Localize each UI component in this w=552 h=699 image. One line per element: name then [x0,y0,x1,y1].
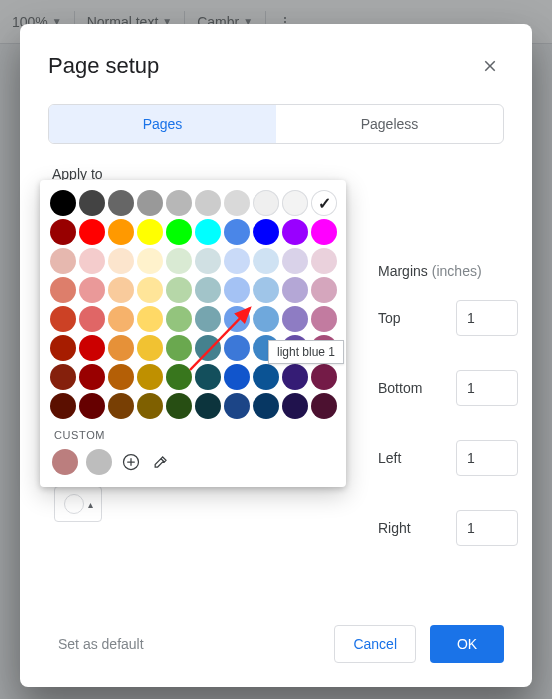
color-swatch[interactable] [166,219,192,245]
color-swatch[interactable] [195,335,221,361]
color-swatch[interactable] [137,335,163,361]
color-swatch[interactable] [79,306,105,332]
color-swatch[interactable] [195,364,221,390]
color-swatch[interactable] [311,219,337,245]
color-swatch[interactable] [253,219,279,245]
color-swatch[interactable] [108,306,134,332]
color-swatch[interactable] [253,306,279,332]
color-swatch[interactable] [311,190,337,216]
color-swatch[interactable] [137,219,163,245]
color-swatch[interactable] [50,248,76,274]
color-palette-popover: CUSTOM [40,180,346,487]
color-swatch[interactable] [224,219,250,245]
margin-bottom-input[interactable]: 1 [456,370,518,406]
color-swatch[interactable] [50,364,76,390]
color-swatch[interactable] [224,248,250,274]
color-swatch[interactable] [137,306,163,332]
color-swatch[interactable] [166,248,192,274]
custom-label: CUSTOM [54,429,336,441]
page-color-dropdown[interactable]: ▴ [54,486,102,522]
color-swatch[interactable] [253,277,279,303]
color-swatch[interactable] [79,219,105,245]
margin-right-label: Right [378,520,411,536]
plus-circle-icon [121,452,141,472]
color-swatch[interactable] [253,393,279,419]
color-swatch[interactable] [224,393,250,419]
color-swatch[interactable] [50,190,76,216]
tab-pages[interactable]: Pages [49,105,276,143]
color-swatch[interactable] [166,277,192,303]
color-swatch[interactable] [79,190,105,216]
color-swatch[interactable] [311,393,337,419]
color-swatch[interactable] [108,248,134,274]
color-swatch[interactable] [282,364,308,390]
color-swatch[interactable] [79,364,105,390]
color-swatch[interactable] [311,248,337,274]
color-swatch[interactable] [282,277,308,303]
add-custom-color-button[interactable] [120,451,142,473]
color-swatch[interactable] [195,190,221,216]
margin-top-input[interactable]: 1 [456,300,518,336]
color-swatch[interactable] [166,364,192,390]
dialog-title: Page setup [48,53,159,79]
color-swatch[interactable] [311,306,337,332]
color-swatch[interactable] [224,277,250,303]
color-swatch[interactable] [253,248,279,274]
tab-pageless[interactable]: Pageless [276,105,503,143]
margin-right-input[interactable]: 1 [456,510,518,546]
color-swatch[interactable] [224,306,250,332]
color-swatch[interactable] [50,277,76,303]
color-swatch[interactable] [282,248,308,274]
color-swatch[interactable] [224,190,250,216]
color-swatch[interactable] [108,364,134,390]
color-swatch[interactable] [108,335,134,361]
color-swatch[interactable] [195,219,221,245]
color-swatch[interactable] [137,393,163,419]
color-swatch[interactable] [108,190,134,216]
color-swatch[interactable] [282,306,308,332]
color-swatch[interactable] [50,306,76,332]
margin-left-input[interactable]: 1 [456,440,518,476]
color-swatch[interactable] [79,393,105,419]
color-swatch[interactable] [79,335,105,361]
color-swatch[interactable] [108,393,134,419]
color-swatch[interactable] [224,335,250,361]
color-swatch[interactable] [79,277,105,303]
color-swatch[interactable] [166,190,192,216]
ok-button[interactable]: OK [430,625,504,663]
color-swatch[interactable] [224,364,250,390]
color-grid [50,190,336,419]
custom-swatch-1[interactable] [52,449,78,475]
color-swatch[interactable] [195,393,221,419]
color-swatch[interactable] [166,393,192,419]
color-swatch[interactable] [311,277,337,303]
color-swatch[interactable] [195,306,221,332]
custom-swatch-2[interactable] [86,449,112,475]
color-swatch[interactable] [79,248,105,274]
margin-bottom-label: Bottom [378,380,422,396]
color-swatch[interactable] [137,248,163,274]
color-swatch[interactable] [311,364,337,390]
color-swatch[interactable] [166,335,192,361]
eyedropper-button[interactable] [150,451,172,473]
color-swatch[interactable] [108,219,134,245]
color-swatch[interactable] [282,393,308,419]
color-swatch[interactable] [253,364,279,390]
color-swatch[interactable] [282,219,308,245]
color-swatch[interactable] [50,393,76,419]
color-swatch[interactable] [195,248,221,274]
set-default-button[interactable]: Set as default [48,628,154,660]
cancel-button[interactable]: Cancel [334,625,416,663]
color-swatch[interactable] [137,364,163,390]
color-swatch[interactable] [137,277,163,303]
close-button[interactable] [476,52,504,80]
color-swatch[interactable] [50,335,76,361]
color-swatch[interactable] [50,219,76,245]
color-swatch[interactable] [166,306,192,332]
color-swatch[interactable] [282,190,308,216]
color-swatch[interactable] [253,190,279,216]
close-icon [481,57,499,75]
color-swatch[interactable] [108,277,134,303]
color-swatch[interactable] [195,277,221,303]
color-swatch[interactable] [137,190,163,216]
